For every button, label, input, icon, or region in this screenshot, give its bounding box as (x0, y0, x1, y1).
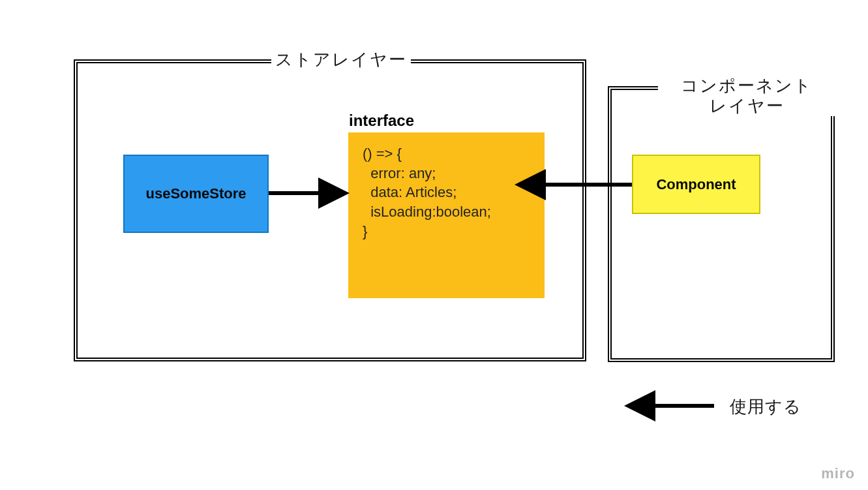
component-label: Component (656, 176, 736, 193)
component-layer-title-line2: レイヤー (710, 96, 785, 115)
component-layer-title: コンポーネント レイヤー (658, 76, 835, 116)
interface-body-node: () => { error: any; data: Articles; isLo… (348, 132, 545, 298)
use-some-store-node: useSomeStore (123, 155, 269, 233)
legend-uses-label: 使用する (730, 395, 801, 418)
store-layer-title: ストアレイヤー (271, 50, 411, 70)
use-some-store-label: useSomeStore (145, 185, 246, 202)
component-node: Component (632, 155, 760, 214)
component-layer-title-line1: コンポーネント (681, 76, 813, 95)
interface-title: interface (349, 112, 414, 130)
miro-watermark: miro (821, 465, 855, 482)
component-layer-frame (608, 86, 835, 362)
